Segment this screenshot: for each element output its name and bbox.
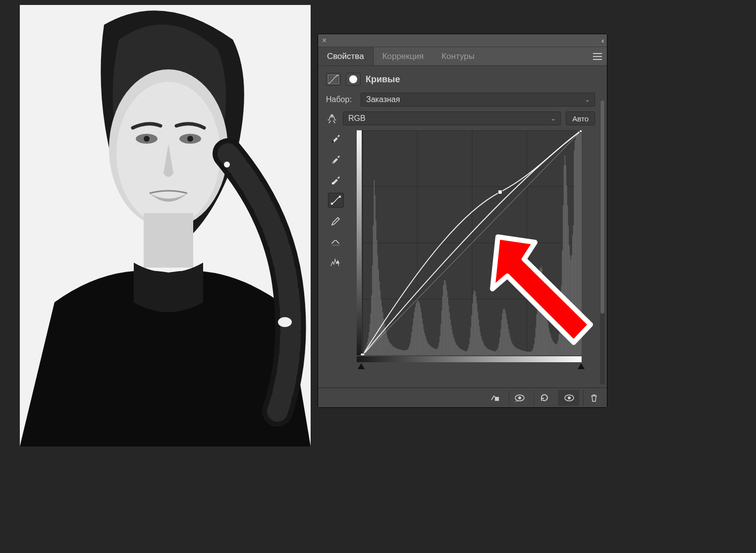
trash-icon[interactable] — [583, 390, 604, 406]
svg-rect-203 — [515, 347, 516, 355]
pencil-tool-icon[interactable] — [328, 214, 344, 228]
svg-rect-246 — [552, 339, 553, 355]
scrollbar-thumb[interactable] — [600, 101, 604, 314]
svg-rect-202 — [514, 346, 515, 355]
svg-rect-200 — [512, 344, 513, 355]
svg-rect-151 — [471, 328, 472, 355]
reset-icon[interactable] — [534, 390, 554, 406]
svg-rect-78 — [408, 348, 409, 355]
svg-rect-176 — [492, 351, 493, 355]
svg-rect-180 — [495, 351, 496, 355]
view-previous-icon[interactable] — [509, 390, 530, 406]
white-point-slider[interactable] — [578, 363, 585, 369]
svg-rect-209 — [520, 350, 521, 355]
svg-rect-94 — [422, 318, 423, 355]
svg-rect-129 — [452, 331, 453, 355]
svg-rect-255 — [559, 324, 560, 355]
svg-rect-276 — [577, 131, 578, 355]
svg-rect-3 — [144, 213, 193, 268]
svg-rect-184 — [499, 343, 500, 355]
curves-tool-column: ! — [326, 130, 346, 355]
svg-rect-168 — [485, 346, 486, 355]
svg-rect-38 — [374, 180, 375, 355]
black-point-slider[interactable] — [358, 363, 365, 369]
svg-rect-190 — [504, 308, 505, 355]
tab-contours[interactable]: Контуры — [432, 47, 484, 65]
svg-point-13 — [332, 182, 334, 184]
svg-rect-87 — [416, 303, 417, 355]
svg-rect-15 — [339, 196, 341, 198]
svg-rect-238 — [545, 300, 546, 355]
svg-rect-112 — [437, 348, 438, 355]
tab-correction[interactable]: Коррекция — [374, 47, 433, 65]
svg-rect-205 — [517, 348, 518, 355]
svg-rect-240 — [546, 316, 547, 355]
svg-rect-269 — [571, 255, 572, 355]
svg-rect-83 — [412, 325, 413, 355]
clip-warning-icon[interactable]: ! — [328, 255, 344, 270]
svg-rect-133 — [455, 342, 456, 355]
svg-rect-198 — [511, 340, 512, 355]
eyedropper-white-icon[interactable] — [328, 172, 344, 187]
preset-select[interactable]: Заказная ⌄ — [361, 93, 595, 107]
svg-rect-48 — [382, 312, 383, 355]
svg-rect-115 — [439, 335, 440, 355]
svg-rect-248 — [553, 342, 554, 355]
svg-rect-52 — [386, 332, 387, 355]
svg-rect-147 — [467, 350, 468, 355]
panel-menu-icon[interactable] — [588, 47, 607, 65]
svg-rect-160 — [478, 319, 479, 355]
svg-rect-174 — [490, 350, 491, 355]
svg-rect-177 — [492, 351, 493, 355]
close-icon[interactable]: × — [322, 37, 326, 45]
adjustment-title: Кривые — [366, 74, 400, 85]
smooth-tool-icon[interactable] — [328, 234, 344, 249]
svg-rect-194 — [507, 324, 508, 355]
targeted-adjust-icon[interactable] — [326, 113, 338, 124]
curve-point-tool-icon[interactable] — [328, 193, 344, 208]
svg-rect-125 — [448, 305, 449, 355]
svg-rect-14 — [331, 203, 333, 205]
svg-rect-62 — [394, 347, 395, 355]
svg-point-9 — [224, 162, 230, 167]
svg-rect-152 — [471, 315, 472, 355]
curves-graph[interactable] — [357, 130, 582, 355]
svg-rect-231 — [539, 275, 540, 355]
svg-rect-85 — [414, 312, 415, 355]
svg-rect-126 — [449, 312, 450, 355]
svg-rect-182 — [497, 349, 498, 355]
svg-rect-253 — [558, 340, 559, 355]
svg-rect-37 — [373, 225, 374, 355]
svg-rect-216 — [526, 351, 527, 355]
svg-rect-138 — [459, 348, 460, 355]
clip-to-layer-icon[interactable] — [484, 390, 505, 406]
svg-rect-84 — [413, 318, 414, 355]
eyedropper-gray-icon[interactable] — [328, 151, 344, 166]
chevron-down-icon: ⌄ — [551, 115, 555, 122]
svg-rect-102 — [429, 344, 430, 355]
svg-rect-69 — [400, 350, 401, 355]
mask-icon[interactable] — [346, 73, 361, 86]
svg-rect-223 — [532, 350, 533, 355]
svg-rect-146 — [466, 351, 467, 355]
svg-rect-65 — [397, 349, 398, 355]
eyedropper-black-icon[interactable] — [328, 130, 344, 145]
svg-rect-232 — [540, 268, 540, 355]
svg-rect-164 — [482, 339, 483, 355]
svg-rect-274 — [576, 135, 577, 355]
svg-rect-183 — [498, 347, 499, 355]
visibility-icon[interactable] — [558, 390, 579, 406]
svg-rect-265 — [568, 225, 569, 355]
auto-button[interactable]: Авто — [566, 111, 595, 125]
collapse-icon[interactable]: ‹‹ — [601, 37, 603, 45]
panel-scrollbar[interactable] — [600, 101, 605, 385]
tab-properties[interactable]: Свойства — [318, 47, 374, 65]
svg-rect-72 — [403, 350, 404, 355]
svg-rect-157 — [476, 296, 477, 355]
svg-rect-212 — [523, 351, 524, 355]
channel-select[interactable]: RGB ⌄ — [343, 111, 561, 125]
svg-rect-97 — [424, 333, 425, 355]
svg-rect-187 — [501, 320, 502, 355]
svg-rect-195 — [508, 330, 509, 355]
adjustment-title-row: Кривые — [326, 73, 607, 86]
